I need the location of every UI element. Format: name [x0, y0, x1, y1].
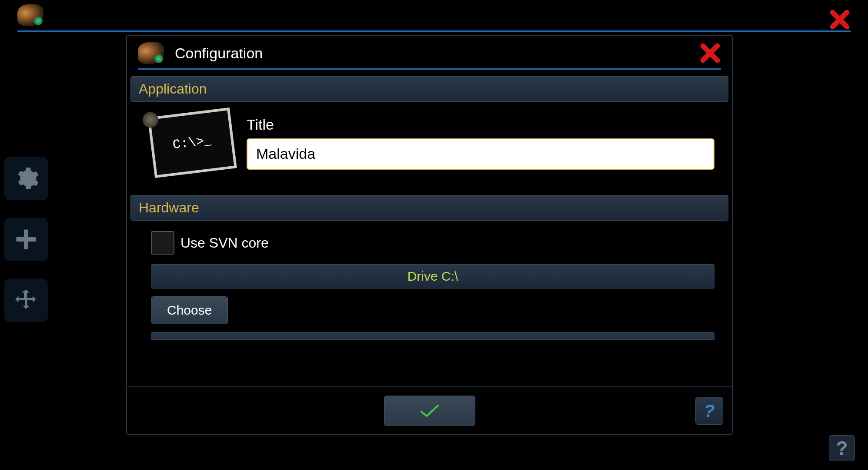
app-close-button[interactable] [829, 9, 851, 30]
plus-icon [13, 226, 39, 252]
svn-checkbox[interactable] [151, 231, 174, 255]
dialog-divider [138, 68, 721, 70]
drive-c-label: Drive C:\ [407, 269, 458, 283]
app-logo [17, 4, 52, 30]
dialog-body: Application C:\>_ Title Hardware Use SVN… [127, 76, 732, 386]
section-hardware: Hardware [130, 195, 728, 221]
help-icon: ? [836, 437, 848, 459]
move-button[interactable] [4, 279, 48, 322]
background-help-button[interactable]: ? [829, 435, 855, 461]
top-divider [17, 30, 851, 32]
add-button[interactable] [4, 218, 48, 261]
move-icon [13, 287, 39, 313]
close-icon [699, 42, 721, 64]
section-hardware-title: Hardware [139, 200, 720, 216]
dialog-footer: ? [127, 386, 732, 434]
sidebar [4, 157, 57, 322]
section-application: Application [130, 76, 728, 102]
dialog-title: Configuration [175, 45, 699, 62]
choose-button[interactable]: Choose [151, 296, 228, 324]
thumb-text: C:\>_ [172, 133, 212, 153]
settings-button[interactable] [4, 157, 48, 200]
svn-label: Use SVN core [180, 235, 269, 251]
close-icon [829, 9, 851, 30]
help-icon: ? [704, 401, 714, 421]
dialog-header: Configuration [127, 36, 732, 68]
application-row: C:\>_ Title [127, 108, 732, 195]
choose-label: Choose [167, 303, 212, 317]
gear-icon [13, 165, 39, 191]
configuration-dialog: Configuration Application C:\>_ Title Ha… [126, 35, 733, 435]
dialog-close-button[interactable] [699, 42, 721, 64]
title-column: Title [247, 116, 714, 170]
section-application-title: Application [139, 81, 720, 97]
title-input[interactable] [247, 138, 714, 170]
title-label: Title [247, 116, 714, 133]
dialog-help-button[interactable]: ? [695, 397, 723, 425]
confirm-button[interactable] [384, 396, 475, 426]
svn-row: Use SVN core [151, 231, 714, 255]
next-row-peek [151, 332, 714, 340]
dialog-logo [138, 42, 164, 64]
hardware-content: Use SVN core Drive C:\ Choose [127, 227, 732, 340]
drive-c-row[interactable]: Drive C:\ [151, 264, 714, 289]
app-thumbnail[interactable]: C:\>_ [147, 107, 237, 178]
checkmark-icon [419, 402, 441, 420]
